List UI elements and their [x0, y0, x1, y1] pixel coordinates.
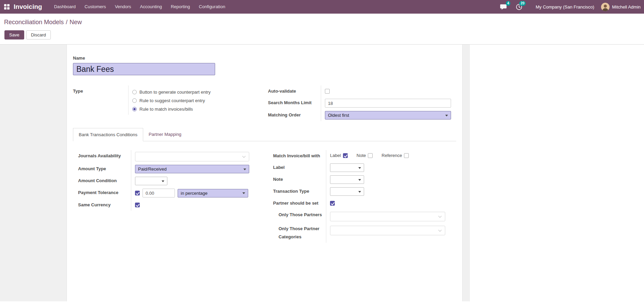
note-select[interactable] — [330, 175, 364, 184]
dropdown-caret-icon — [162, 180, 164, 182]
tab-bank-transactions-conditions[interactable]: Bank Transactions Conditions — [73, 128, 143, 141]
same-currency-label: Same Currency — [78, 199, 131, 211]
match-invoice-bill-with-label: Match Invoice/bill with — [273, 150, 326, 162]
user-avatar[interactable] — [601, 3, 610, 11]
messages-button[interactable]: 4 — [500, 0, 507, 14]
app-name[interactable]: Invoicing — [14, 3, 42, 11]
name-label: Name — [73, 55, 456, 61]
top-navbar: Invoicing Dashboard Customers Vendors Ac… — [0, 0, 644, 14]
payment-tolerance-unit-value: in percentage — [181, 191, 208, 196]
match-with-label-checkbox[interactable] — [343, 153, 348, 158]
dropdown-caret-icon — [243, 169, 246, 170]
only-those-partners-field — [326, 209, 456, 223]
match-with-options: Label Note Reference — [330, 153, 409, 158]
payment-tolerance-unit-select[interactable]: in percentage — [178, 189, 248, 197]
matching-order-select[interactable]: Oldest first — [325, 111, 451, 120]
checkbox-label: Reference — [381, 153, 402, 158]
label-field-label: Label — [273, 162, 326, 174]
user-menu[interactable]: Mitchell Admin — [612, 4, 641, 10]
conditions-left-group: Journals Availability Amount Type Paid/R… — [78, 150, 268, 211]
breadcrumb-current: New — [70, 19, 82, 26]
tab-content: Journals Availability Amount Type Paid/R… — [73, 141, 456, 243]
only-those-partners-label: Only Those Partners — [273, 209, 326, 223]
company-switcher[interactable]: My Company (San Francisco) — [536, 4, 594, 10]
only-those-partner-categories-label: Only Those Partner Categories — [273, 223, 326, 243]
match-with-label-option[interactable]: Label — [330, 153, 348, 158]
search-months-limit-input[interactable] — [325, 99, 451, 108]
discard-button[interactable]: Discard — [26, 30, 51, 39]
type-option-suggest-counterpart[interactable]: Rule to suggest counterpart entry — [132, 97, 211, 105]
amount-condition-field — [131, 175, 268, 187]
only-those-partner-categories-input[interactable] — [330, 226, 445, 235]
dropdown-chevron-icon — [438, 214, 442, 218]
options-group: Auto-validate Search Months Limit Matchi… — [268, 85, 456, 121]
dropdown-caret-icon — [358, 191, 361, 193]
avatar-image — [601, 3, 610, 11]
transaction-type-select[interactable] — [330, 187, 364, 196]
tab-partner-mapping[interactable]: Partner Mapping — [143, 128, 187, 141]
amount-type-select[interactable]: Paid/Received — [135, 165, 249, 173]
radio-icon[interactable] — [132, 98, 137, 103]
breadcrumb-separator: / — [66, 19, 68, 26]
menu-reporting[interactable]: Reporting — [166, 0, 194, 14]
radio-label: Rule to suggest counterpart entry — [139, 97, 205, 105]
menu-accounting[interactable]: Accounting — [136, 0, 166, 14]
chatter-panel — [469, 45, 644, 301]
amount-condition-label: Amount Condition — [78, 175, 131, 187]
auto-validate-checkbox[interactable] — [325, 89, 330, 94]
breadcrumb: Reconciliation Models/New — [4, 18, 639, 27]
dropdown-caret-icon — [358, 179, 361, 181]
auto-validate-field — [321, 85, 456, 97]
menu-vendors[interactable]: Vendors — [110, 0, 136, 14]
save-button[interactable]: Save — [4, 30, 24, 39]
match-with-reference-option[interactable]: Reference — [381, 153, 409, 158]
name-input[interactable] — [73, 63, 215, 75]
amount-type-value: Paid/Received — [138, 166, 167, 172]
journals-availability-label: Journals Availability — [78, 150, 131, 163]
payment-tolerance-checkbox[interactable] — [135, 191, 140, 195]
type-label: Type — [73, 85, 128, 115]
conditions-right-group: Match Invoice/bill with Label Note — [273, 150, 456, 243]
transaction-type-label: Transaction Type — [273, 186, 326, 197]
match-invoice-bill-with-field: Label Note Reference — [326, 150, 456, 162]
note-field — [326, 174, 456, 186]
type-group: Type Button to generate counterpart entr… — [73, 85, 268, 115]
breadcrumb-parent[interactable]: Reconciliation Models — [4, 19, 64, 26]
journals-availability-input[interactable] — [135, 152, 249, 161]
amount-type-field: Paid/Received — [131, 163, 268, 175]
apps-grid-icon[interactable] — [4, 4, 10, 10]
top-field-groups: Type Button to generate counterpart entr… — [73, 85, 456, 121]
match-with-note-checkbox[interactable] — [368, 153, 373, 158]
main-content: Name Type Button to generate counterpart… — [0, 45, 644, 301]
radio-icon[interactable] — [132, 90, 137, 94]
only-those-partners-input[interactable] — [330, 212, 445, 221]
menu-configuration[interactable]: Configuration — [194, 0, 229, 14]
radio-label: Rule to match invoices/bills — [139, 105, 193, 113]
payment-tolerance-label: Payment Tolerance — [78, 187, 131, 199]
form-sheet: Name Type Button to generate counterpart… — [66, 45, 463, 301]
radio-icon[interactable] — [132, 107, 137, 111]
same-currency-checkbox[interactable] — [135, 203, 140, 207]
action-buttons: Save Discard — [4, 30, 639, 39]
partner-should-be-set-checkbox[interactable] — [330, 201, 335, 206]
radio-label: Button to generate counterpart entry — [139, 88, 211, 96]
match-with-note-option[interactable]: Note — [357, 153, 373, 158]
menu-dashboard[interactable]: Dashboard — [49, 0, 80, 14]
note-field-label: Note — [273, 174, 326, 186]
checkbox-label: Label — [330, 153, 341, 158]
amount-condition-select[interactable] — [135, 177, 167, 185]
menu-customers[interactable]: Customers — [80, 0, 110, 14]
partner-should-be-set-field — [326, 197, 456, 209]
label-select[interactable] — [330, 163, 364, 172]
activities-button[interactable]: 20 — [516, 0, 522, 14]
search-months-limit-field — [321, 97, 456, 109]
label-field — [326, 162, 456, 174]
type-option-match-invoices[interactable]: Rule to match invoices/bills — [132, 105, 211, 113]
amount-type-label: Amount Type — [78, 163, 131, 175]
form-background: Name Type Button to generate counterpart… — [0, 45, 469, 301]
payment-tolerance-input[interactable] — [143, 189, 175, 197]
type-option-button-counterpart[interactable]: Button to generate counterpart entry — [132, 88, 211, 96]
match-with-reference-checkbox[interactable] — [404, 153, 409, 158]
dropdown-caret-icon — [445, 115, 448, 116]
payment-tolerance-field: in percentage — [131, 187, 268, 199]
